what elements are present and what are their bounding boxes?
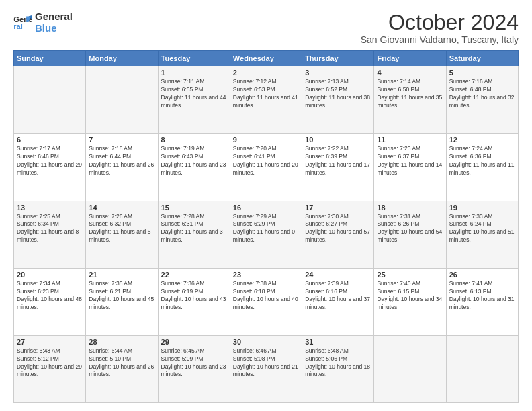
day-number: 3 (305, 68, 371, 77)
calendar-cell: 5Sunrise: 7:16 AMSunset: 6:48 PMDaylight… (446, 66, 518, 134)
calendar-cell: 13Sunrise: 7:25 AMSunset: 6:34 PMDayligh… (14, 201, 86, 268)
calendar-cell: 19Sunrise: 7:33 AMSunset: 6:24 PMDayligh… (446, 201, 518, 268)
day-detail: Sunrise: 7:26 AMSunset: 6:32 PMDaylight:… (89, 213, 154, 245)
calendar-cell: 7Sunrise: 7:18 AMSunset: 6:44 PMDaylight… (86, 134, 158, 201)
calendar-cell: 28Sunrise: 6:44 AMSunset: 5:10 PMDayligh… (86, 335, 158, 402)
day-number: 20 (17, 271, 83, 279)
day-detail: Sunrise: 6:48 AMSunset: 5:06 PMDaylight:… (305, 347, 371, 379)
logo-text-block: General Blue (35, 11, 73, 34)
day-number: 14 (89, 203, 154, 212)
calendar-header: SundayMondayTuesdayWednesdayThursdayFrid… (14, 51, 519, 66)
calendar-week-5: 27Sunrise: 6:43 AMSunset: 5:12 PMDayligh… (14, 335, 519, 402)
title-block: October 2024 San Giovanni Valdarno, Tusc… (361, 11, 519, 45)
day-detail: Sunrise: 7:38 AMSunset: 6:18 PMDaylight:… (233, 280, 299, 312)
day-number: 11 (377, 136, 443, 144)
day-detail: Sunrise: 7:31 AMSunset: 6:26 PMDaylight:… (377, 213, 443, 245)
calendar-cell: 1Sunrise: 7:11 AMSunset: 6:55 PMDaylight… (158, 66, 230, 134)
day-detail: Sunrise: 7:35 AMSunset: 6:21 PMDaylight:… (89, 280, 154, 312)
day-number: 17 (305, 203, 371, 212)
calendar-cell: 26Sunrise: 7:41 AMSunset: 6:13 PMDayligh… (446, 268, 518, 335)
day-number: 22 (161, 271, 227, 279)
weekday-header-sunday: Sunday (14, 51, 86, 66)
day-detail: Sunrise: 7:34 AMSunset: 6:23 PMDaylight:… (17, 280, 83, 312)
day-number: 27 (17, 338, 83, 346)
weekday-header-monday: Monday (86, 51, 158, 66)
header: Gene ral General Blue October 2024 San G… (13, 11, 519, 45)
day-detail: Sunrise: 7:16 AMSunset: 6:48 PMDaylight:… (449, 78, 515, 110)
day-detail: Sunrise: 7:28 AMSunset: 6:31 PMDaylight:… (161, 213, 227, 245)
day-number: 13 (17, 203, 83, 212)
day-number: 30 (233, 338, 299, 346)
calendar-cell: 6Sunrise: 7:17 AMSunset: 6:46 PMDaylight… (14, 134, 86, 201)
day-number: 10 (305, 136, 371, 144)
logo-icon: Gene ral (13, 14, 32, 30)
day-detail: Sunrise: 7:14 AMSunset: 6:50 PMDaylight:… (377, 78, 443, 110)
day-number: 29 (161, 338, 227, 346)
weekday-header-saturday: Saturday (446, 51, 518, 66)
calendar-week-3: 13Sunrise: 7:25 AMSunset: 6:34 PMDayligh… (14, 201, 519, 268)
calendar-body: 1Sunrise: 7:11 AMSunset: 6:55 PMDaylight… (14, 66, 519, 403)
day-number: 24 (305, 271, 371, 279)
logo-line1: General (35, 11, 73, 22)
day-number: 12 (449, 136, 515, 144)
calendar-cell: 4Sunrise: 7:14 AMSunset: 6:50 PMDaylight… (374, 66, 446, 134)
calendar-cell: 22Sunrise: 7:36 AMSunset: 6:19 PMDayligh… (158, 268, 230, 335)
calendar-cell: 23Sunrise: 7:38 AMSunset: 6:18 PMDayligh… (230, 268, 302, 335)
day-detail: Sunrise: 6:44 AMSunset: 5:10 PMDaylight:… (89, 347, 154, 379)
location: San Giovanni Valdarno, Tuscany, Italy (361, 34, 519, 45)
calendar-cell: 11Sunrise: 7:23 AMSunset: 6:37 PMDayligh… (374, 134, 446, 201)
day-detail: Sunrise: 6:45 AMSunset: 5:09 PMDaylight:… (161, 347, 227, 379)
day-detail: Sunrise: 7:24 AMSunset: 6:36 PMDaylight:… (449, 145, 515, 177)
calendar-cell: 2Sunrise: 7:12 AMSunset: 6:53 PMDaylight… (230, 66, 302, 134)
day-number: 8 (161, 136, 227, 144)
calendar-cell: 21Sunrise: 7:35 AMSunset: 6:21 PMDayligh… (86, 268, 158, 335)
day-detail: Sunrise: 7:23 AMSunset: 6:37 PMDaylight:… (377, 145, 443, 177)
weekday-header-thursday: Thursday (302, 51, 374, 66)
weekday-header-wednesday: Wednesday (230, 51, 302, 66)
calendar-cell (86, 66, 158, 134)
calendar-cell: 15Sunrise: 7:28 AMSunset: 6:31 PMDayligh… (158, 201, 230, 268)
day-detail: Sunrise: 7:19 AMSunset: 6:43 PMDaylight:… (161, 145, 227, 177)
day-number: 25 (377, 271, 443, 279)
day-number: 28 (89, 338, 154, 346)
calendar-cell: 27Sunrise: 6:43 AMSunset: 5:12 PMDayligh… (14, 335, 86, 402)
day-number: 5 (449, 68, 515, 77)
day-detail: Sunrise: 7:11 AMSunset: 6:55 PMDaylight:… (161, 78, 227, 110)
calendar-cell (374, 335, 446, 402)
day-detail: Sunrise: 7:41 AMSunset: 6:13 PMDaylight:… (449, 280, 515, 312)
weekday-header-row: SundayMondayTuesdayWednesdayThursdayFrid… (14, 51, 519, 66)
calendar-cell: 29Sunrise: 6:45 AMSunset: 5:09 PMDayligh… (158, 335, 230, 402)
calendar-cell: 24Sunrise: 7:39 AMSunset: 6:16 PMDayligh… (302, 268, 374, 335)
day-detail: Sunrise: 7:18 AMSunset: 6:44 PMDaylight:… (89, 145, 154, 177)
page: Gene ral General Blue October 2024 San G… (0, 0, 532, 411)
logo: Gene ral General Blue (13, 11, 73, 34)
day-detail: Sunrise: 6:46 AMSunset: 5:08 PMDaylight:… (233, 347, 299, 379)
calendar-cell (446, 335, 518, 402)
day-detail: Sunrise: 7:36 AMSunset: 6:19 PMDaylight:… (161, 280, 227, 312)
day-number: 2 (233, 68, 299, 77)
day-detail: Sunrise: 7:12 AMSunset: 6:53 PMDaylight:… (233, 78, 299, 110)
day-number: 26 (449, 271, 515, 279)
day-number: 16 (233, 203, 299, 212)
day-number: 6 (17, 136, 83, 144)
calendar-cell: 31Sunrise: 6:48 AMSunset: 5:06 PMDayligh… (302, 335, 374, 402)
calendar-cell: 25Sunrise: 7:40 AMSunset: 6:15 PMDayligh… (374, 268, 446, 335)
day-detail: Sunrise: 7:25 AMSunset: 6:34 PMDaylight:… (17, 213, 83, 245)
day-number: 31 (305, 338, 371, 346)
calendar-week-2: 6Sunrise: 7:17 AMSunset: 6:46 PMDaylight… (14, 134, 519, 201)
day-detail: Sunrise: 7:33 AMSunset: 6:24 PMDaylight:… (449, 213, 515, 245)
calendar-table: SundayMondayTuesdayWednesdayThursdayFrid… (13, 50, 519, 403)
calendar-week-1: 1Sunrise: 7:11 AMSunset: 6:55 PMDaylight… (14, 66, 519, 134)
day-number: 7 (89, 136, 154, 144)
day-detail: Sunrise: 6:43 AMSunset: 5:12 PMDaylight:… (17, 347, 83, 379)
day-number: 19 (449, 203, 515, 212)
day-number: 9 (233, 136, 299, 144)
day-detail: Sunrise: 7:39 AMSunset: 6:16 PMDaylight:… (305, 280, 371, 312)
day-detail: Sunrise: 7:22 AMSunset: 6:39 PMDaylight:… (305, 145, 371, 177)
calendar-cell (14, 66, 86, 134)
weekday-header-tuesday: Tuesday (158, 51, 230, 66)
calendar-cell: 8Sunrise: 7:19 AMSunset: 6:43 PMDaylight… (158, 134, 230, 201)
calendar-cell: 10Sunrise: 7:22 AMSunset: 6:39 PMDayligh… (302, 134, 374, 201)
day-number: 18 (377, 203, 443, 212)
day-detail: Sunrise: 7:29 AMSunset: 6:29 PMDaylight:… (233, 213, 299, 245)
